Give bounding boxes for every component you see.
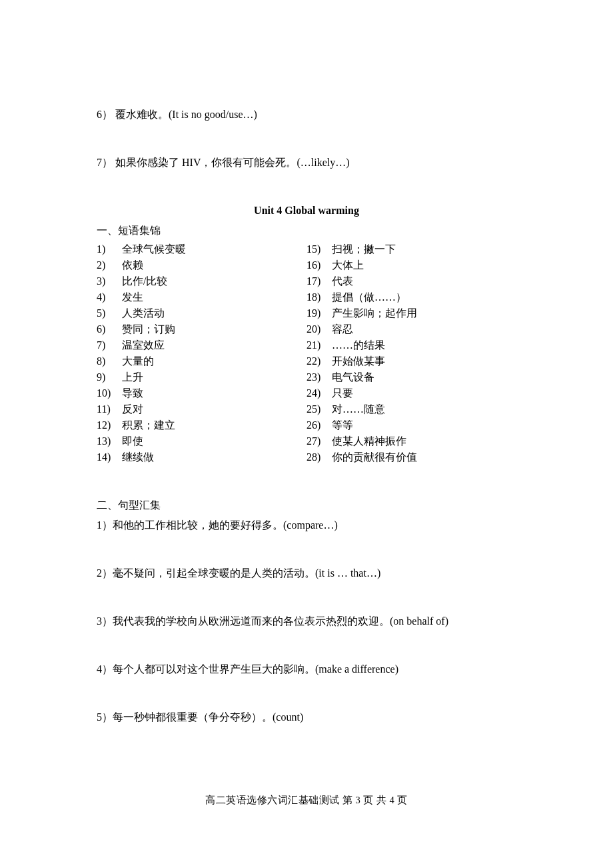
sentence-item: 2）毫不疑问，引起全球变暖的是人类的活动。(it is … that…) bbox=[97, 565, 516, 581]
phrase-item: 17)代表 bbox=[306, 273, 516, 289]
phrase-num: 20) bbox=[306, 321, 332, 337]
phrase-num: 21) bbox=[306, 337, 332, 353]
phrase-text: 继续做 bbox=[122, 449, 154, 465]
phrase-text: 只要 bbox=[332, 385, 353, 401]
phrase-text: 你的贡献很有价值 bbox=[332, 449, 417, 465]
phrase-item: 13)即使 bbox=[97, 433, 306, 449]
phrase-num: 26) bbox=[306, 417, 332, 433]
phrase-item: 10)导致 bbox=[97, 385, 306, 401]
phrase-text: 依赖 bbox=[122, 257, 143, 273]
sentences-block: 1）和他的工作相比较，她的要好得多。(compare…) 2）毫不疑问，引起全球… bbox=[97, 517, 516, 725]
phrase-num: 15) bbox=[306, 241, 332, 257]
phrase-item: 21)……的结果 bbox=[306, 337, 516, 353]
phrase-item: 9)上升 bbox=[97, 369, 306, 385]
unit-title: Unit 4 Global warming bbox=[97, 203, 516, 219]
phrase-num: 3) bbox=[97, 273, 122, 289]
phrase-item: 28)你的贡献很有价值 bbox=[306, 449, 516, 465]
phrase-num: 27) bbox=[306, 433, 332, 449]
phrase-item: 27)使某人精神振作 bbox=[306, 433, 516, 449]
phrase-item: 23)电气设备 bbox=[306, 369, 516, 385]
section1-heading: 一、短语集锦 bbox=[97, 223, 516, 239]
phrase-text: 扫视；撇一下 bbox=[332, 241, 396, 257]
phrase-item: 2)依赖 bbox=[97, 257, 306, 273]
sentence-item: 1）和他的工作相比较，她的要好得多。(compare…) bbox=[97, 517, 516, 533]
phrase-text: 温室效应 bbox=[122, 337, 165, 353]
phrase-num: 5) bbox=[97, 305, 122, 321]
sentence-text: 和他的工作相比较，她的要好得多。(compare…) bbox=[113, 519, 338, 531]
phrase-text: 反对 bbox=[122, 401, 143, 417]
phrase-item: 5)人类活动 bbox=[97, 305, 306, 321]
page-footer: 高二英语选修六词汇基础测试 第 3 页 共 4 页 bbox=[0, 793, 613, 808]
phrase-num: 23) bbox=[306, 369, 332, 385]
question-num: 7） bbox=[97, 157, 113, 168]
question-text: 覆水难收。(It is no good/use…) bbox=[115, 109, 257, 120]
top-question-block: 6） 覆水难收。(It is no good/use…) 7） 如果你感染了 H… bbox=[97, 107, 516, 171]
phrase-item: 1)全球气候变暖 bbox=[97, 241, 306, 257]
phrase-text: 积累；建立 bbox=[122, 417, 175, 433]
phrase-item: 14)继续做 bbox=[97, 449, 306, 465]
sentence-num: 4） bbox=[97, 663, 113, 675]
phrase-num: 28) bbox=[306, 449, 332, 465]
phrase-text: 容忍 bbox=[332, 321, 353, 337]
phrase-text: 人类活动 bbox=[122, 305, 165, 321]
phrase-num: 24) bbox=[306, 385, 332, 401]
phrase-num: 14) bbox=[97, 449, 122, 465]
phrase-num: 13) bbox=[97, 433, 122, 449]
phrase-item: 11)反对 bbox=[97, 401, 306, 417]
section2-heading: 二、句型汇集 bbox=[97, 497, 516, 513]
phrase-num: 7) bbox=[97, 337, 122, 353]
sentence-num: 5） bbox=[97, 711, 113, 723]
phrase-num: 1) bbox=[97, 241, 122, 257]
phrases-columns: 1)全球气候变暖 2)依赖 3)比作/比较 4)发生 5)人类活动 6)赞同；订… bbox=[97, 241, 516, 465]
question-item: 6） 覆水难收。(It is no good/use…) bbox=[97, 107, 516, 123]
phrase-text: 产生影响；起作用 bbox=[332, 305, 417, 321]
phrase-text: 对……随意 bbox=[332, 401, 385, 417]
phrase-text: 电气设备 bbox=[332, 369, 374, 385]
phrase-text: 赞同；订购 bbox=[122, 321, 175, 337]
phrase-num: 10) bbox=[97, 385, 122, 401]
phrase-item: 16)大体上 bbox=[306, 257, 516, 273]
phrases-right-column: 15)扫视；撇一下 16)大体上 17)代表 18)提倡（做……） 19)产生影… bbox=[306, 241, 516, 465]
phrase-item: 4)发生 bbox=[97, 289, 306, 305]
phrase-text: 导致 bbox=[122, 385, 143, 401]
phrase-text: 大量的 bbox=[122, 353, 154, 369]
phrase-item: 8)大量的 bbox=[97, 353, 306, 369]
sentence-item: 5）每一秒钟都很重要（争分夺秒）。(count) bbox=[97, 709, 516, 725]
phrase-item: 15)扫视；撇一下 bbox=[306, 241, 516, 257]
phrases-left-column: 1)全球气候变暖 2)依赖 3)比作/比较 4)发生 5)人类活动 6)赞同；订… bbox=[97, 241, 306, 465]
phrase-num: 18) bbox=[306, 289, 332, 305]
phrase-item: 26)等等 bbox=[306, 417, 516, 433]
phrase-num: 12) bbox=[97, 417, 122, 433]
sentence-text: 毫不疑问，引起全球变暖的是人类的活动。(it is … that…) bbox=[113, 567, 380, 579]
sentence-item: 3）我代表我的学校向从欧洲远道而来的各位表示热烈的欢迎。(on behalf o… bbox=[97, 613, 516, 629]
question-num: 6） bbox=[97, 109, 113, 120]
phrase-item: 7)温室效应 bbox=[97, 337, 306, 353]
phrase-text: 比作/比较 bbox=[122, 273, 167, 289]
phrase-num: 2) bbox=[97, 257, 122, 273]
phrase-item: 22)开始做某事 bbox=[306, 353, 516, 369]
phrase-text: 提倡（做……） bbox=[332, 289, 406, 305]
phrase-text: 全球气候变暖 bbox=[122, 241, 186, 257]
phrase-text: 使某人精神振作 bbox=[332, 433, 406, 449]
phrase-text: 开始做某事 bbox=[332, 353, 385, 369]
sentence-num: 3） bbox=[97, 615, 113, 627]
phrase-text: 等等 bbox=[332, 417, 353, 433]
phrase-num: 19) bbox=[306, 305, 332, 321]
phrase-num: 11) bbox=[97, 401, 122, 417]
phrase-num: 22) bbox=[306, 353, 332, 369]
phrase-item: 19)产生影响；起作用 bbox=[306, 305, 516, 321]
phrase-text: ……的结果 bbox=[332, 337, 385, 353]
sentence-num: 1） bbox=[97, 519, 113, 531]
phrase-num: 25) bbox=[306, 401, 332, 417]
phrase-item: 6)赞同；订购 bbox=[97, 321, 306, 337]
phrase-item: 3)比作/比较 bbox=[97, 273, 306, 289]
phrase-num: 4) bbox=[97, 289, 122, 305]
phrase-text: 代表 bbox=[332, 273, 353, 289]
phrase-num: 9) bbox=[97, 369, 122, 385]
sentence-num: 2） bbox=[97, 567, 113, 579]
sentence-text: 每个人都可以对这个世界产生巨大的影响。(make a difference) bbox=[113, 663, 398, 675]
question-item: 7） 如果你感染了 HIV，你很有可能会死。(…likely…) bbox=[97, 155, 516, 171]
phrase-text: 大体上 bbox=[332, 257, 364, 273]
sentence-item: 4）每个人都可以对这个世界产生巨大的影响。(make a difference) bbox=[97, 661, 516, 677]
phrase-text: 发生 bbox=[122, 289, 143, 305]
